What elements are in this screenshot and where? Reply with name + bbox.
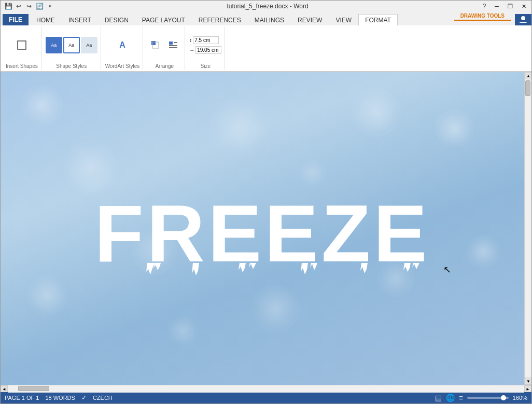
scrollbar-track-h[interactable] [8, 385, 524, 393]
help-button[interactable]: ? [479, 1, 490, 12]
wordart-btn[interactable]: A [114, 37, 131, 53]
ribbon-tabs-wrapper: DRAWING TOOLS FILE HOME INSERT DESIGN PA… [1, 12, 531, 25]
minimize-button[interactable]: ─ [490, 2, 503, 11]
bokeh-1 [21, 85, 63, 126]
ribbon-group-arrange: Arrange [144, 26, 185, 70]
scrollbar-thumb-v[interactable] [525, 80, 530, 96]
svg-point-0 [521, 16, 525, 20]
svg-rect-4 [169, 41, 173, 45]
vertical-scrollbar: ▲ ▼ [524, 72, 531, 385]
bokeh-4 [435, 109, 474, 148]
horizontal-scrollbar: ◄ ► [1, 385, 531, 392]
word-count: 18 WORDS [45, 395, 75, 401]
ribbon-group-shape-styles: Aa Aa Aa Shape Styles [43, 26, 101, 70]
scrollbar-thumb-h[interactable] [18, 386, 49, 391]
view-normal-icon[interactable]: ▤ [435, 394, 442, 402]
ribbon-group-wordart: A WordArt Styles [102, 26, 144, 70]
close-button[interactable]: ✕ [517, 2, 530, 11]
scroll-down-button[interactable]: ▼ [525, 378, 531, 385]
tab-format[interactable]: FORMAT [358, 14, 398, 25]
wordart-label: WordArt Styles [105, 62, 140, 69]
user-avatar[interactable] [515, 14, 531, 25]
tab-page-layout[interactable]: PAGE LAYOUT [135, 14, 192, 25]
shape-style-3[interactable]: Aa [81, 37, 97, 53]
zoom-level: 160% [513, 395, 527, 401]
tab-design[interactable]: DESIGN [98, 14, 135, 25]
bokeh-10 [467, 235, 500, 269]
view-web-icon[interactable]: 🌐 [446, 394, 455, 402]
ribbon-group-size: ↕ ↔ Size [186, 26, 225, 70]
bokeh-8 [252, 285, 300, 332]
insert-shapes-label: Insert Shapes [6, 62, 38, 69]
svg-rect-2 [151, 41, 156, 45]
tab-home[interactable]: HOME [30, 14, 62, 25]
bokeh-12 [168, 316, 198, 346]
title-row: 💾 ↩ ↪ 🔄 ▾ tutorial_5_freeze.docx - Word … [1, 1, 531, 12]
freeze-svg: FREEZE [76, 176, 449, 280]
status-bar: PAGE 1 OF 1 18 WORDS ✓ CZECH ▤ 🌐 ≡ 160% [1, 392, 531, 403]
size-inputs: ↕ ↔ [189, 36, 221, 54]
width-label: ↔ [189, 47, 194, 53]
window-controls: ─ ❐ ✕ [490, 2, 530, 11]
insert-shape-btn[interactable] [13, 37, 30, 53]
content-area: FREEZE [1, 72, 531, 385]
quick-access-toolbar: 💾 ↩ ↪ 🔄 ▾ [2, 2, 57, 11]
height-label: ↕ [189, 37, 192, 43]
height-input[interactable] [193, 36, 219, 44]
width-input[interactable] [195, 46, 221, 54]
bokeh-7 [27, 275, 67, 316]
shape-styles-buttons: Aa Aa Aa [46, 27, 97, 62]
insert-shapes-buttons [13, 27, 30, 62]
document-page: FREEZE [1, 72, 524, 385]
app-window: 💾 ↩ ↪ 🔄 ▾ tutorial_5_freeze.docx - Word … [0, 0, 532, 404]
arrange-label: Arrange [155, 62, 174, 69]
tab-insert[interactable]: INSERT [62, 14, 98, 25]
svg-text:FREEZE: FREEZE [94, 189, 430, 278]
tab-review[interactable]: REVIEW [291, 14, 329, 25]
tab-mailings[interactable]: MAILINGS [248, 14, 291, 25]
drawing-tools-header: DRAWING TOOLS [454, 12, 511, 21]
view-outline-icon[interactable]: ≡ [459, 394, 463, 402]
tab-file[interactable]: FILE [3, 14, 29, 25]
customize-icon[interactable]: ▾ [45, 2, 54, 11]
width-input-row: ↔ [189, 46, 221, 54]
scroll-right-button[interactable]: ► [524, 385, 531, 393]
position-btn[interactable] [147, 37, 164, 53]
tab-view[interactable]: VIEW [329, 14, 358, 25]
shape-style-1[interactable]: Aa [46, 37, 62, 53]
size-buttons: ↕ ↔ [189, 27, 221, 62]
arrange-buttons [147, 27, 181, 62]
bokeh-3 [352, 88, 401, 137]
mouse-cursor: ↖ [443, 264, 451, 275]
svg-rect-1 [18, 41, 26, 49]
top-area: 💾 ↩ ↪ 🔄 ▾ tutorial_5_freeze.docx - Word … [1, 1, 531, 72]
scrollbar-track-v[interactable] [525, 79, 531, 378]
shape-styles-label: Shape Styles [56, 62, 87, 69]
document-area[interactable]: FREEZE [1, 72, 524, 385]
spellcheck-icon[interactable]: ✓ [81, 394, 87, 401]
wrap-text-btn[interactable] [165, 37, 181, 53]
height-input-row: ↕ [189, 36, 221, 44]
redo-icon[interactable]: ↪ [24, 2, 34, 11]
language-label[interactable]: CZECH [93, 395, 113, 401]
ribbon-tabs: FILE HOME INSERT DESIGN PAGE LAYOUT REFE… [1, 12, 531, 25]
undo-icon[interactable]: ↩ [14, 2, 23, 11]
zoom-slider[interactable] [467, 397, 509, 399]
save-icon[interactable]: 💾 [4, 2, 13, 11]
wordart-buttons: A [114, 27, 131, 62]
scroll-left-button[interactable]: ◄ [1, 385, 8, 393]
page-info: PAGE 1 OF 1 [5, 395, 39, 401]
bokeh-5 [210, 97, 270, 157]
size-label: Size [200, 62, 210, 69]
status-bar-right: ▤ 🌐 ≡ 160% [435, 394, 527, 402]
zoom-thumb[interactable] [501, 395, 506, 400]
ribbon-content: Insert Shapes Aa Aa Aa Shape Styles A Wo… [1, 25, 531, 72]
refresh-icon[interactable]: 🔄 [35, 2, 44, 11]
freeze-text-container[interactable]: FREEZE [76, 176, 449, 281]
scroll-up-button[interactable]: ▲ [525, 72, 531, 79]
tab-references[interactable]: REFERENCES [192, 14, 248, 25]
ribbon-group-insert-shapes: Insert Shapes [3, 26, 41, 70]
window-title: tutorial_5_freeze.docx - Word [57, 3, 479, 10]
shape-style-2[interactable]: Aa [63, 37, 80, 53]
restore-button[interactable]: ❐ [503, 2, 517, 11]
